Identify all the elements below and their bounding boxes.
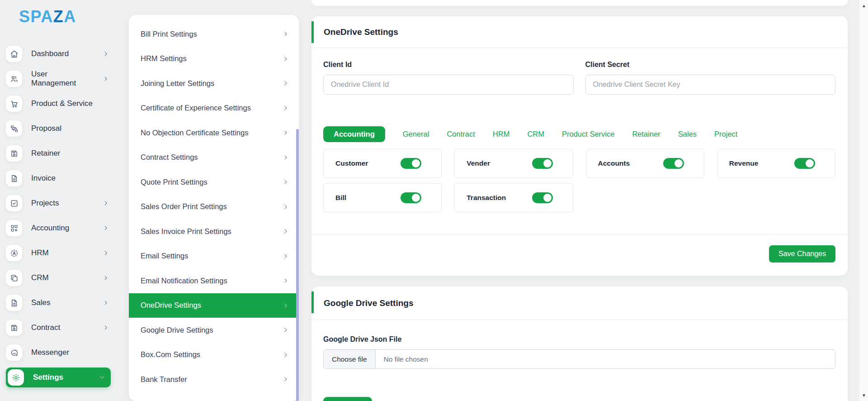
- scroll-down-arrow-icon[interactable]: ▼: [859, 393, 868, 398]
- sidebar-item-label: CRM: [31, 273, 94, 282]
- submenu-item-box-com-settings[interactable]: Box.Com Settings: [129, 343, 299, 368]
- submenu-item-sales-invoice-print-settings[interactable]: Sales Invoice Print Settings: [129, 219, 299, 244]
- client-secret-label: Client Secret: [585, 61, 836, 69]
- chevron-right-icon: [283, 80, 289, 86]
- client-id-input[interactable]: [323, 75, 574, 95]
- sidebar-item-hrm[interactable]: HRM: [6, 245, 111, 261]
- sidebar-item-crm[interactable]: CRM: [6, 270, 111, 286]
- chevron-right-icon: [283, 327, 289, 333]
- onedrive-card-body: Client Id Client Secret AccountingGenera…: [311, 61, 848, 263]
- submenu-item-label: Contract Settings: [141, 153, 283, 162]
- tab-crm[interactable]: CRM: [527, 130, 544, 138]
- tab-contract[interactable]: Contract: [447, 130, 475, 138]
- toggle-knob: [806, 159, 814, 167]
- toggle-switch-accounts[interactable]: [663, 158, 684, 169]
- sidebar-item-label: Contract: [31, 323, 94, 332]
- scroll-up-arrow-icon[interactable]: ▲: [859, 3, 868, 8]
- submenu-item-hrm-settings[interactable]: HRM Settings: [129, 47, 299, 72]
- toggle-switch-vender[interactable]: [532, 158, 553, 169]
- submenu-item-label: Email Notification Settings: [141, 277, 283, 285]
- google-drive-card-body: Google Drive Json File Choose file No fi…: [311, 335, 848, 369]
- toggle-switch-customer[interactable]: [401, 158, 421, 169]
- submenu-item-quote-print-settings[interactable]: Quote Print Settings: [129, 170, 299, 195]
- toggle-switch-bill[interactable]: [401, 192, 421, 203]
- sidebar-item-projects[interactable]: Projects: [6, 196, 111, 211]
- submenu-item-label: OneDrive Settings: [141, 301, 283, 310]
- submenu-item-certificate-of-experience-settings[interactable]: Certificate of Experience Settings: [129, 96, 299, 121]
- toggle-switch-revenue[interactable]: [794, 158, 815, 169]
- sidebar-item-sales[interactable]: Sales: [6, 295, 111, 310]
- tab-hrm[interactable]: HRM: [493, 130, 510, 138]
- toggle-switch-transaction[interactable]: [532, 192, 553, 203]
- toggle-card-vender: Vender: [454, 149, 573, 178]
- submenu-item-no-objection-certificate-settings[interactable]: No Objection Certificate Settings: [129, 120, 299, 145]
- chevron-right-icon: [283, 277, 289, 284]
- sidebar-item-label: Proposal: [31, 124, 111, 133]
- submenu-item-onedrive-settings[interactable]: OneDrive Settings: [129, 293, 299, 318]
- submenu-item-bank-transfer[interactable]: Bank Transfer: [129, 367, 299, 392]
- toggle-label: Customer: [335, 159, 368, 167]
- chevron-right-icon: [283, 376, 289, 382]
- clipped-accounting-tab-pill[interactable]: [323, 397, 372, 401]
- tab-product-service[interactable]: Product Service: [562, 130, 614, 138]
- document-icon: [6, 295, 22, 311]
- sidebar-item-label: Retainer: [31, 149, 111, 158]
- client-id-field-group: Client Id: [323, 61, 574, 95]
- submenu-item-label: No Objection Certificate Settings: [141, 129, 283, 137]
- submenu-item-bill-print-settings[interactable]: Bill Print Settings: [129, 22, 299, 47]
- tab-sales[interactable]: Sales: [678, 130, 697, 138]
- previous-card-bottom-edge: [311, 0, 848, 6]
- sidebar-item-proposal[interactable]: Proposal: [6, 121, 111, 136]
- toggle-knob: [543, 159, 552, 167]
- sidebar-item-accounting[interactable]: Accounting: [6, 220, 111, 236]
- chevron-right-icon: [103, 250, 109, 256]
- submenu-item-email-notification-settings[interactable]: Email Notification Settings: [129, 268, 299, 293]
- toggle-grid: CustomerVenderAccountsRevenueBillTransac…: [323, 149, 835, 212]
- sidebar-item-settings[interactable]: Settings: [6, 368, 111, 387]
- sidebar-item-label: Product & Service: [31, 99, 111, 108]
- tab-retainer[interactable]: Retainer: [632, 130, 660, 138]
- submenu-scrollbar-thumb[interactable]: [296, 129, 299, 401]
- tab-accounting[interactable]: Accounting: [323, 126, 385, 142]
- sidebar-item-retainer[interactable]: Retainer: [6, 146, 111, 161]
- submenu-item-email-settings[interactable]: Email Settings: [129, 244, 299, 269]
- toggle-label: Vender: [467, 159, 490, 167]
- sidebar-item-label: User Management: [31, 70, 94, 88]
- chevron-right-icon: [283, 253, 289, 259]
- submenu-item-joining-letter-settings[interactable]: Joining Letter Settings: [129, 71, 299, 96]
- toggle-card-transaction: Transaction: [454, 183, 573, 212]
- google-drive-settings-card: Google Drive Settings Google Drive Json …: [311, 286, 848, 401]
- chat-icon: [6, 344, 22, 361]
- onedrive-card-title: OneDrive Settings: [324, 27, 398, 37]
- submenu-item-google-drive-settings[interactable]: Google Drive Settings: [129, 318, 299, 343]
- settings-submenu-panel: Bill Print SettingsHRM SettingsJoining L…: [129, 15, 299, 401]
- toggle-knob: [412, 159, 420, 167]
- submenu-item-contract-settings[interactable]: Contract Settings: [129, 145, 299, 170]
- submenu-item-sales-order-print-settings[interactable]: Sales Order Print Settings: [129, 195, 299, 220]
- sidebar-item-messenger[interactable]: Messenger: [6, 345, 111, 360]
- sidebar-item-product-service[interactable]: Product & Service: [6, 96, 111, 111]
- submenu-item-payment-settings[interactable]: Payment Settings: [129, 392, 299, 401]
- client-secret-field-group: Client Secret: [585, 61, 836, 95]
- page-scrollbar[interactable]: ▲ ▼: [859, 0, 868, 401]
- chevron-right-icon: [283, 204, 289, 210]
- sidebar-item-invoice[interactable]: Invoice: [6, 171, 111, 186]
- toggle-knob: [543, 194, 552, 202]
- sidebar-item-label: Accounting: [31, 224, 94, 233]
- person-target-icon: [6, 245, 22, 261]
- google-drive-json-file-label: Google Drive Json File: [323, 335, 835, 344]
- toggle-label: Bill: [335, 194, 346, 202]
- google-drive-json-file-input[interactable]: Choose file No file chosen: [323, 349, 835, 369]
- sidebar-item-dashboard[interactable]: Dashboard: [6, 46, 111, 62]
- submenu-item-label: Sales Invoice Print Settings: [141, 227, 283, 236]
- sidebar-item-contract[interactable]: Contract: [6, 320, 111, 335]
- save-changes-button[interactable]: Save Changes: [769, 245, 835, 263]
- tab-general[interactable]: General: [403, 130, 429, 138]
- sidebar-item-user-management[interactable]: User Management: [6, 71, 111, 86]
- tab-project[interactable]: Project: [714, 130, 737, 138]
- toggle-card-accounts: Accounts: [586, 149, 704, 178]
- choose-file-button[interactable]: Choose file: [324, 350, 376, 368]
- users-icon: [6, 71, 22, 87]
- client-secret-input[interactable]: [585, 75, 836, 95]
- toggle-label: Transaction: [467, 194, 506, 202]
